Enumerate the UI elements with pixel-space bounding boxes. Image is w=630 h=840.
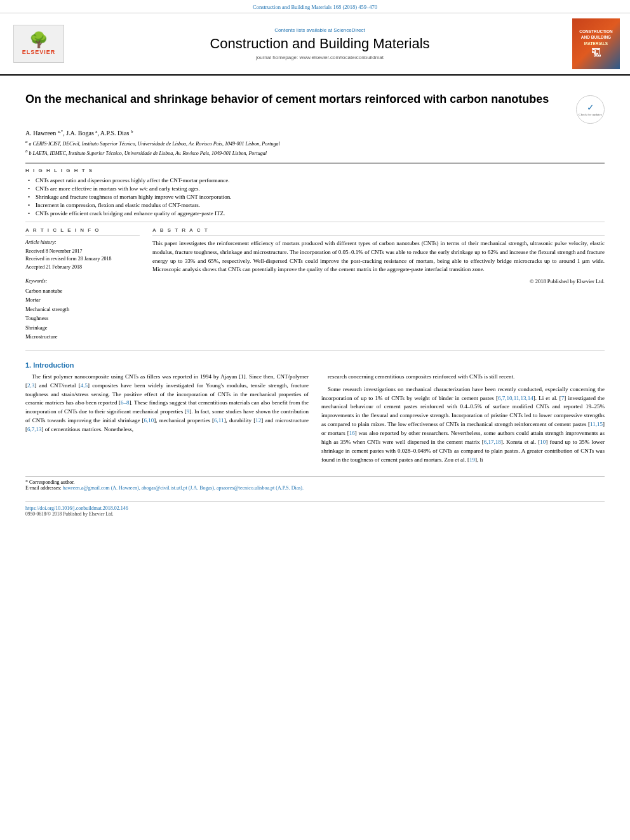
- issn-line: 0950-0618/© 2018 Published by Elsevier L…: [25, 511, 605, 517]
- authors-line: A. Hawreen a,*, J.A. Bogas a, A.P.S. Dia…: [25, 129, 605, 137]
- journal-title: Construction and Building Materials: [74, 36, 566, 52]
- highlight-item: Shrinkage and fracture toughness of mort…: [28, 194, 605, 200]
- emails[interactable]: hawreen.a@gmail.com (A. Hawreen), abogas…: [63, 485, 304, 491]
- keywords-list: Carbon nanotube Mortar Mechanical streng…: [25, 286, 140, 342]
- contents-line: Contents lists available at ScienceDirec…: [74, 27, 566, 33]
- divider-3: [25, 350, 605, 351]
- keywords-section: Keywords: Carbon nanotube Mortar Mechani…: [25, 278, 140, 342]
- revised-date: Received in revised form 28 January 2018: [25, 255, 140, 263]
- introduction-section: 1. Introduction The first polymer nanoco…: [25, 361, 605, 469]
- elsevier-name: ELSEVIER: [22, 49, 56, 55]
- check-label: Check for updates: [579, 113, 601, 117]
- main-content: On the mechanical and shrinkage behavior…: [0, 76, 630, 524]
- keyword-item: Shrinkage: [25, 323, 140, 332]
- keyword-item: Toughness: [25, 314, 140, 323]
- elsevier-logo-box: 🌳 ELSEVIER: [13, 25, 64, 63]
- keyword-item: Carbon nanotube: [25, 286, 140, 295]
- intro-col-right-p2: Some research investigations on mechanic…: [321, 385, 605, 465]
- article-title-text: On the mechanical and shrinkage behavior…: [25, 92, 568, 107]
- keywords-label: Keywords:: [25, 278, 140, 284]
- authors-text: A. Hawreen a,*, J.A. Bogas a, A.P.S. Dia…: [25, 130, 133, 137]
- intro-col-right-p1: research concerning cementitious composi…: [321, 373, 605, 382]
- history-label: Article history:: [25, 239, 140, 245]
- corner-logo-title: Constructionand BuildingMATERIALS: [579, 29, 612, 46]
- accepted-date: Accepted 21 February 2018: [25, 263, 140, 272]
- abstract-title: A B S T R A C T: [152, 227, 605, 236]
- keyword-item: Mortar: [25, 295, 140, 304]
- journal-homepage: journal homepage: www.elsevier.com/locat…: [74, 55, 566, 60]
- journal-header: 🌳 ELSEVIER Contents lists available at S…: [0, 13, 630, 76]
- top-bar: Construction and Building Materials 168 …: [0, 0, 630, 13]
- article-info-abstract: A R T I C L E I N F O Article history: R…: [25, 227, 605, 342]
- divider-1: [25, 163, 605, 164]
- footer-bar: https://doi.org/10.1016/j.conbuildmat.20…: [25, 501, 605, 517]
- email-label: E-mail addresses:: [25, 485, 62, 491]
- sciencedirect-link[interactable]: ScienceDirect: [333, 27, 365, 33]
- footnote-section: * Corresponding author. E-mail addresses…: [25, 476, 605, 491]
- article-dates: Received 8 November 2017 Received in rev…: [25, 248, 140, 272]
- divider-2: [25, 222, 605, 222]
- elsevier-logo: 🌳 ELSEVIER: [10, 25, 67, 63]
- article-title: On the mechanical and shrinkage behavior…: [25, 92, 568, 107]
- highlights-section: H I G H L I G H T S CNTs aspect ratio an…: [25, 168, 605, 217]
- highlights-title: H I G H L I G H T S: [25, 168, 605, 173]
- article-info-col: A R T I C L E I N F O Article history: R…: [25, 227, 140, 342]
- highlight-item: CNTs provide efficient crack bridging an…: [28, 210, 605, 217]
- intro-col-left: The first polymer nanocomposite using CN…: [25, 373, 309, 469]
- corner-logo: Constructionand BuildingMATERIALS 🏗: [572, 18, 620, 69]
- highlight-item: Increment in compression, flexion and el…: [28, 202, 605, 208]
- article-info-title: A R T I C L E I N F O: [25, 227, 140, 236]
- check-icon: ✓: [587, 102, 594, 113]
- doi-line[interactable]: https://doi.org/10.1016/j.conbuildmat.20…: [25, 505, 605, 511]
- tree-icon: 🌳: [29, 32, 48, 48]
- check-updates-badge: ✓ Check for updates: [576, 95, 605, 124]
- keyword-item: Microstructure: [25, 332, 140, 341]
- affiliation-a: a a CERIS-ICIST, DECivil, Instituto Supe…: [25, 138, 605, 148]
- journal-center: Contents lists available at ScienceDirec…: [74, 27, 566, 60]
- received-date: Received 8 November 2017: [25, 248, 140, 256]
- email-note: E-mail addresses: hawreen.a@gmail.com (A…: [25, 485, 605, 491]
- intro-body: The first polymer nanocomposite using CN…: [25, 373, 605, 469]
- contents-label: Contents lists available at: [274, 27, 332, 33]
- corner-building-icon: 🏗: [591, 48, 601, 59]
- intro-p1: The first polymer nanocomposite using CN…: [25, 373, 309, 435]
- affiliation-b: b b LAETA, IDMEC, Instituto Superior Téc…: [25, 148, 605, 157]
- copyright: © 2018 Published by Elsevier Ltd.: [152, 278, 605, 284]
- intro-col-right: research concerning cementitious composi…: [321, 373, 605, 469]
- intro-title: 1. Introduction: [25, 361, 605, 369]
- article-title-section: On the mechanical and shrinkage behavior…: [25, 92, 605, 124]
- abstract-col: A B S T R A C T This paper investigates …: [152, 227, 605, 342]
- highlight-item: CNTs aspect ratio and dispersion process…: [28, 177, 605, 183]
- corresponding-note: * Corresponding author.: [25, 479, 605, 485]
- abstract-text: This paper investigates the reinforcemen…: [152, 239, 605, 275]
- highlight-item: CNTs are more effective in mortars with …: [28, 185, 605, 192]
- journal-citation: Construction and Building Materials 168 …: [253, 4, 377, 10]
- affiliations: a a CERIS-ICIST, DECivil, Instituto Supe…: [25, 138, 605, 157]
- keyword-item: Mechanical strength: [25, 305, 140, 314]
- highlights-list: CNTs aspect ratio and dispersion process…: [28, 177, 605, 217]
